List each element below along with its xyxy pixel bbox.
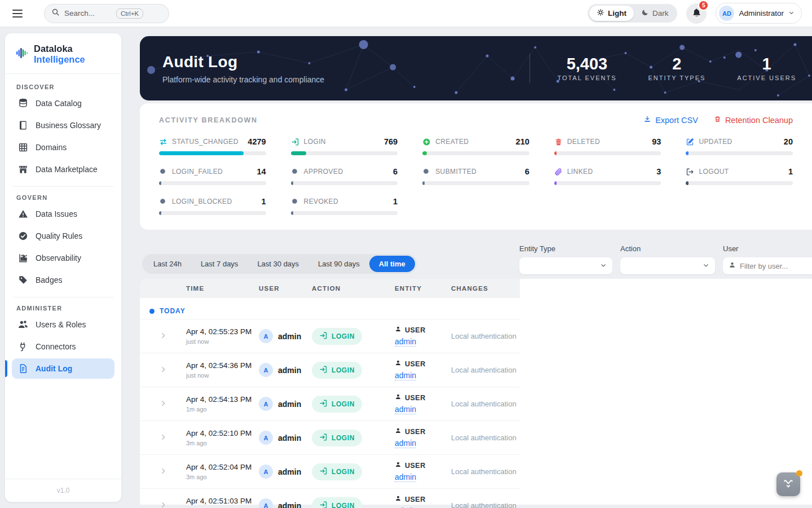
activity-progress-bar (291, 181, 398, 185)
stat-entity-types: 2 ENTITY TYPES (648, 55, 705, 81)
event-time-relative: 1m ago (186, 406, 259, 413)
activity-progress-bar (422, 181, 529, 185)
time-range-group: Last 24hLast 7 daysLast 30 daysLast 90 d… (142, 254, 417, 274)
retention-cleanup-button[interactable]: Retention Cleanup (714, 115, 793, 125)
edit-icon (686, 138, 694, 146)
entity-type: USER (405, 394, 426, 402)
user-name: admin (278, 366, 301, 375)
avatar: A (259, 329, 273, 343)
column-header-user: USER (259, 285, 312, 292)
entity-type-label: Entity Type (519, 244, 612, 253)
activity-title: ACTIVITY BREAKDOWN (159, 116, 258, 124)
activity-item-login-blocked: LOGIN_BLOCKED 1 (159, 197, 266, 215)
sidebar-nav: DISCOVER Data Catalog Business Glossary … (5, 74, 121, 479)
sidebar-item-quality-rules[interactable]: Quality Rules (12, 226, 114, 246)
action-select[interactable] (620, 257, 715, 274)
activity-progress-bar (686, 181, 793, 185)
entity-type-filter: Entity Type (519, 244, 612, 274)
sidebar-item-data-issues[interactable]: Data Issues (12, 204, 114, 224)
entity-link[interactable]: admin (395, 371, 416, 380)
chevron-down-icon (788, 9, 795, 17)
entity-link[interactable]: admin (395, 472, 416, 482)
sidebar-item-badges[interactable]: Badges (12, 270, 114, 290)
chevron-right-icon (160, 433, 167, 443)
entity-link[interactable]: admin (395, 439, 416, 448)
activity-item-linked: LINKED 3 (554, 167, 661, 185)
user-filter-input[interactable] (740, 262, 803, 270)
range-last-90-days[interactable]: Last 90 days (308, 256, 369, 272)
activity-progress-bar (159, 211, 266, 215)
dot-icon (159, 168, 167, 176)
action-badge: LOGIN (312, 396, 362, 413)
sidebar-item-observability[interactable]: Observability (12, 248, 114, 268)
search-icon (51, 8, 60, 19)
range-last-24h[interactable]: Last 24h (144, 256, 191, 272)
column-header-entity: ENTITY (395, 285, 451, 292)
range-last-30-days[interactable]: Last 30 days (248, 256, 308, 272)
nav-section-title: GOVERN (16, 194, 110, 201)
page-title: Audit Log (162, 53, 324, 71)
dot-icon (291, 168, 299, 176)
entity-link[interactable]: admin (395, 405, 416, 414)
dot-icon (291, 198, 299, 206)
collapse-filter-fab[interactable] (776, 472, 800, 496)
event-time: Apr 4, 02:54:13 PM (186, 395, 259, 404)
expand-row-button[interactable] (160, 501, 167, 508)
page-subtitle: Platform-wide activity tracking and comp… (162, 75, 324, 84)
moon-icon (641, 8, 649, 18)
column-header-changes: CHANGES (451, 285, 520, 292)
funnel-collapse-icon (782, 478, 795, 492)
download-icon (643, 115, 651, 125)
menu-button[interactable] (12, 5, 29, 22)
search-box[interactable]: Ctrl+K (44, 4, 169, 23)
stat-total-events: 5,403 TOTAL EVENTS (557, 55, 616, 81)
export-csv-button[interactable]: Export CSV (643, 115, 698, 125)
theme-dark-button[interactable]: Dark (634, 6, 676, 21)
entity-type-select[interactable] (519, 257, 612, 274)
user-name: Administrator (739, 9, 784, 17)
activity-item-updated: UPDATED 20 (686, 137, 793, 155)
event-time-relative: just now (186, 372, 259, 379)
action-label: Action (620, 244, 715, 253)
storefront-icon (18, 164, 28, 174)
person-icon (395, 495, 401, 503)
audit-log-row: Apr 4, 02:55:23 PM just now A admin LOGI… (140, 319, 520, 353)
logout-icon (686, 168, 694, 176)
theme-light-button[interactable]: Light (589, 6, 634, 21)
expand-row-button[interactable] (160, 467, 167, 476)
sidebar-item-domains[interactable]: Domains (12, 137, 114, 157)
activity-item-deleted: DELETED 93 (554, 137, 661, 155)
person-icon (395, 427, 401, 436)
entity-link[interactable]: admin (395, 337, 416, 347)
expand-row-button[interactable] (160, 433, 167, 443)
sidebar-item-audit-log[interactable]: Audit Log (12, 358, 114, 379)
person-icon (395, 360, 401, 368)
search-input[interactable] (64, 9, 112, 17)
entity-type: USER (405, 496, 426, 503)
sidebar-item-connectors[interactable]: Connectors (12, 336, 114, 357)
expand-row-button[interactable] (160, 400, 167, 409)
activity-item-revoked: REVOKED 1 (291, 197, 398, 215)
range-all-time[interactable]: All time (369, 256, 415, 272)
expand-row-button[interactable] (160, 332, 167, 341)
login-icon (291, 138, 299, 146)
sidebar-item-business-glossary[interactable]: Business Glossary (12, 115, 114, 135)
group-label-today: TODAY (140, 298, 812, 319)
sidebar-item-users-and-roles[interactable]: Users & Roles (12, 314, 114, 335)
notifications-button[interactable]: 5 (686, 3, 707, 24)
range-last-7-days[interactable]: Last 7 days (191, 256, 248, 272)
avatar: A (259, 498, 273, 508)
sidebar-item-data-marketplace[interactable]: Data Marketplace (12, 159, 114, 179)
trash-icon (554, 138, 563, 146)
stat-active-users: 1 ACTIVE USERS (737, 55, 796, 81)
action-badge: LOGIN (312, 328, 362, 345)
sidebar-item-data-catalog[interactable]: Data Catalog (12, 93, 114, 113)
check-circle-icon (18, 231, 28, 241)
brand-suffix: Intelligence (34, 54, 85, 64)
user-name: admin (278, 400, 301, 409)
user-menu[interactable]: AD Administrator (716, 3, 802, 24)
expand-row-button[interactable] (160, 366, 167, 375)
filters-bar: Last 24hLast 7 daysLast 30 daysLast 90 d… (140, 244, 812, 274)
page-header-banner: Audit Log Platform-wide activity trackin… (140, 36, 812, 100)
book-icon (18, 120, 28, 130)
